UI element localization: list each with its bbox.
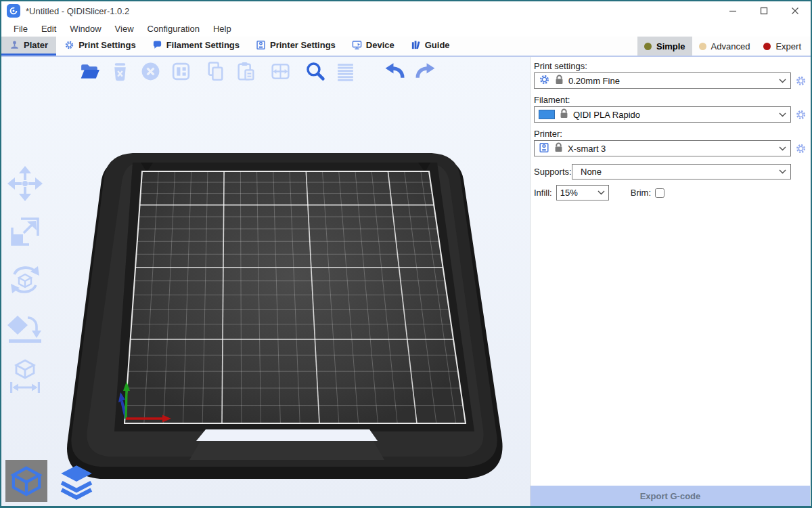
simple-dot-icon bbox=[644, 43, 652, 50]
printer-gear-button[interactable] bbox=[794, 142, 807, 154]
gear-icon bbox=[64, 40, 74, 50]
settings-sidebar: Print settings: 0.20mm Fine Filament: QI… bbox=[531, 57, 810, 506]
print-settings-gear-button[interactable] bbox=[794, 75, 807, 87]
filament-icon bbox=[152, 40, 162, 50]
menu-configuration[interactable]: Configuration bbox=[141, 22, 206, 35]
close-button[interactable] bbox=[780, 1, 811, 20]
viewport-3d[interactable] bbox=[1, 57, 531, 506]
gizmo-toolbar bbox=[5, 164, 45, 396]
printer-icon bbox=[256, 40, 266, 50]
supports-value: None bbox=[577, 167, 771, 177]
print-settings-combo[interactable]: 0.20mm Fine bbox=[534, 72, 791, 89]
tab-bar: Plater Print Settings Filament Settings … bbox=[1, 37, 811, 57]
export-gcode-button[interactable]: Export G-code bbox=[531, 486, 810, 506]
undo-icon[interactable] bbox=[382, 59, 407, 84]
menu-edit[interactable]: Edit bbox=[35, 22, 63, 35]
tab-label: Guide bbox=[425, 40, 450, 50]
arrange-icon[interactable] bbox=[168, 59, 194, 84]
filament-gear-button[interactable] bbox=[794, 108, 807, 121]
rotate-icon[interactable] bbox=[5, 260, 45, 299]
preview-layers-icon[interactable] bbox=[55, 460, 97, 502]
search-icon[interactable] bbox=[302, 59, 328, 84]
chevron-down-icon bbox=[597, 190, 605, 195]
printer-label: Printer: bbox=[534, 129, 807, 139]
filament-row: QIDI PLA Rapido bbox=[534, 106, 807, 123]
advanced-dot-icon bbox=[699, 43, 706, 50]
mode-label: Advanced bbox=[711, 41, 750, 51]
print-settings-label: Print settings: bbox=[534, 61, 807, 71]
lock-icon bbox=[555, 75, 564, 87]
copy-icon[interactable] bbox=[203, 59, 228, 84]
print-settings-row: 0.20mm Fine bbox=[534, 72, 807, 89]
filament-value: QIDI PLA Rapido bbox=[573, 110, 771, 120]
guide-icon bbox=[411, 40, 421, 50]
title-bar: *Untitled - QIDISlicer-1.0.2 bbox=[1, 1, 811, 20]
tab-label: Print Settings bbox=[78, 40, 136, 50]
open-icon[interactable] bbox=[77, 59, 102, 84]
app-window: *Untitled - QIDISlicer-1.0.2 File Edit W… bbox=[0, 0, 812, 508]
plater-icon bbox=[9, 40, 20, 50]
tab-plater[interactable]: Plater bbox=[1, 37, 56, 56]
split-objects-icon[interactable] bbox=[268, 59, 293, 84]
tab-printer-settings[interactable]: Printer Settings bbox=[248, 37, 344, 56]
infill-label: Infill: bbox=[534, 188, 552, 198]
delete-icon[interactable] bbox=[108, 59, 133, 84]
supports-label: Supports: bbox=[534, 167, 572, 177]
filament-combo[interactable]: QIDI PLA Rapido bbox=[534, 106, 791, 123]
mode-label: Simple bbox=[656, 41, 685, 51]
tab-print-settings[interactable]: Print Settings bbox=[56, 37, 144, 56]
printer-icon bbox=[539, 142, 549, 155]
filament-label: Filament: bbox=[534, 95, 807, 105]
print-bed bbox=[61, 142, 528, 506]
tab-guide[interactable]: Guide bbox=[403, 37, 458, 56]
chevron-down-icon bbox=[779, 146, 786, 151]
mode-switcher: Simple Advanced Expert bbox=[637, 37, 811, 56]
editor-3d-icon[interactable] bbox=[5, 460, 47, 502]
mode-label: Expert bbox=[775, 41, 801, 51]
move-icon[interactable] bbox=[5, 164, 45, 203]
brim-label: Brim: bbox=[631, 188, 651, 198]
mode-advanced[interactable]: Advanced bbox=[692, 37, 757, 56]
tab-label: Printer Settings bbox=[270, 40, 336, 50]
filament-color-swatch bbox=[539, 110, 555, 119]
menu-view[interactable]: View bbox=[108, 22, 141, 35]
paste-icon[interactable] bbox=[233, 59, 258, 84]
menu-help[interactable]: Help bbox=[206, 22, 238, 35]
mode-expert[interactable]: Expert bbox=[757, 37, 808, 56]
menu-window[interactable]: Window bbox=[63, 22, 108, 35]
plater-toolbar bbox=[77, 59, 438, 84]
window-title: *Untitled - QIDISlicer-1.0.2 bbox=[26, 6, 129, 16]
supports-row: Supports: None bbox=[534, 164, 807, 179]
measure-icon[interactable] bbox=[5, 356, 45, 396]
expert-dot-icon bbox=[763, 43, 771, 50]
variable-layer-height-icon[interactable] bbox=[333, 59, 358, 84]
lock-icon bbox=[560, 108, 568, 121]
minimize-button[interactable] bbox=[717, 1, 748, 20]
infill-combo[interactable]: 15% bbox=[556, 185, 609, 200]
tab-label: Plater bbox=[24, 40, 48, 50]
delete-all-icon[interactable] bbox=[138, 59, 163, 84]
tab-label: Filament Settings bbox=[166, 40, 240, 50]
brim-checkbox[interactable] bbox=[655, 188, 664, 198]
lock-icon bbox=[554, 142, 563, 154]
printer-row: X-smart 3 bbox=[534, 140, 807, 156]
app-logo-icon bbox=[7, 4, 20, 18]
infill-row: Infill: 15% Brim: bbox=[534, 185, 807, 200]
menu-file[interactable]: File bbox=[7, 22, 35, 35]
redo-icon[interactable] bbox=[413, 59, 438, 84]
device-icon bbox=[352, 40, 362, 50]
place-on-face-icon[interactable] bbox=[5, 308, 45, 347]
chevron-down-icon bbox=[779, 79, 786, 83]
infill-value: 15% bbox=[560, 188, 595, 198]
tab-filament-settings[interactable]: Filament Settings bbox=[144, 37, 248, 56]
mode-simple[interactable]: Simple bbox=[637, 37, 692, 56]
supports-combo[interactable]: None bbox=[572, 164, 791, 179]
printer-value: X-smart 3 bbox=[568, 144, 771, 154]
maximize-button[interactable] bbox=[748, 1, 780, 20]
printer-combo[interactable]: X-smart 3 bbox=[534, 140, 791, 156]
gear-icon bbox=[539, 74, 550, 87]
tab-label: Device bbox=[366, 40, 394, 50]
scale-icon[interactable] bbox=[5, 212, 45, 251]
chevron-down-icon bbox=[779, 169, 786, 174]
tab-device[interactable]: Device bbox=[344, 37, 403, 56]
